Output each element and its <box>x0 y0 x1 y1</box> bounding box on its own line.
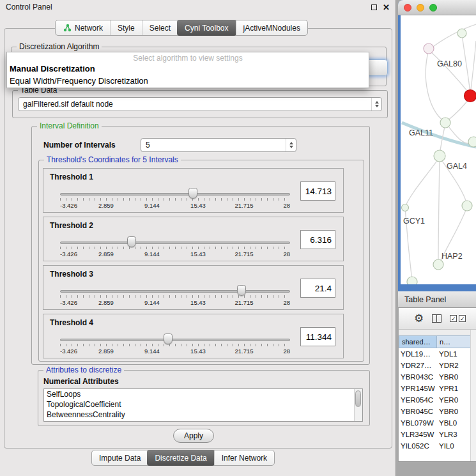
number-of-intervals-combo[interactable]: 5 <box>141 138 296 152</box>
network-edge[interactable] <box>470 41 476 95</box>
table-scrollbar[interactable] <box>470 330 476 461</box>
list-scrollbar[interactable] <box>354 389 362 421</box>
slider-track[interactable] <box>60 290 290 293</box>
table-row[interactable]: YPR145WYPR1 <box>399 383 476 394</box>
dropdown-option-manual[interactable]: Manual Discretization <box>7 63 369 75</box>
table-row[interactable]: YDL19…YDL1 <box>399 348 476 360</box>
threshold-4-slider[interactable]: -3.426 2.859 9.144 15.43 21.715 28 <box>60 332 290 357</box>
cell[interactable]: YDR27… <box>399 360 437 371</box>
threshold-2-panel: Threshold 2 -3.426 2.859 9.144 15.43 21.… <box>43 217 344 261</box>
node-gcy1[interactable] <box>402 204 409 211</box>
column-header-shared-name[interactable]: shared… <box>399 335 437 348</box>
list-item[interactable]: TopologicalCoefficient <box>44 399 362 410</box>
close-icon[interactable]: ✕ <box>383 3 390 12</box>
node-label: GAL4 <box>447 162 467 171</box>
tab-jactivemnodules[interactable]: jActiveMNodules <box>236 20 307 35</box>
node-gal80[interactable] <box>424 43 434 54</box>
network-canvas[interactable]: GAL80 GAL11 GAL4 GCY1 HAP2 <box>401 15 476 284</box>
list-item[interactable]: BetweennessCentrality <box>44 410 362 420</box>
tab-infer-network[interactable]: Infer Network <box>214 450 274 465</box>
scale-label: -3.426 <box>60 250 77 257</box>
tab-label: Infer Network <box>222 454 267 463</box>
threshold-3-value-field[interactable]: 21.4 <box>300 279 335 298</box>
network-edge[interactable] <box>405 157 440 207</box>
checkbox-icon[interactable]: ✓ <box>459 315 466 322</box>
tab-network[interactable]: Network <box>56 20 110 35</box>
table-row[interactable]: YDR27…YDR2 <box>399 360 476 371</box>
scrollbar-thumb[interactable] <box>355 390 361 407</box>
tab-style[interactable]: Style <box>110 20 142 35</box>
scale-label: 21.715 <box>234 202 253 209</box>
slider-track[interactable] <box>60 242 290 244</box>
table-toolbar: ⚙ ✓ ✓ <box>399 308 476 330</box>
list-item[interactable]: SelfLoops <box>44 389 362 399</box>
network-node[interactable] <box>462 201 472 211</box>
apply-button[interactable]: Apply <box>173 429 214 443</box>
network-edge[interactable] <box>438 157 440 263</box>
table-row[interactable]: YBR045CYBR0 <box>399 406 476 417</box>
network-node[interactable] <box>407 277 417 284</box>
threshold-4-value-field[interactable]: 11.344 <box>300 327 335 346</box>
combo-stepper-icon[interactable] <box>286 139 296 151</box>
gear-icon[interactable]: ⚙ <box>414 313 424 324</box>
table-row[interactable]: YLR345WYLR3 <box>399 429 476 440</box>
cell[interactable]: YLR345W <box>399 429 437 440</box>
network-edge[interactable] <box>462 35 470 93</box>
dropdown-option-equal-width[interactable]: Equal Width/Frequency Discretization <box>7 75 369 88</box>
interval-definition-title: Interval Definition <box>37 121 102 130</box>
table-row[interactable]: YBL079WYBL0 <box>399 417 476 429</box>
threshold-2-value-field[interactable]: 6.316 <box>300 230 335 249</box>
threshold-1-value-field[interactable]: 14.713 <box>300 181 335 201</box>
cell[interactable]: YBR045C <box>399 406 437 417</box>
float-window-icon[interactable] <box>371 4 377 10</box>
slider-thumb[interactable] <box>127 236 136 247</box>
scale-label: 2.859 <box>98 202 114 209</box>
tab-select[interactable]: Select <box>142 20 178 35</box>
threshold-2-slider[interactable]: -3.426 2.859 9.144 15.43 21.715 28 <box>60 235 290 259</box>
network-node[interactable] <box>468 137 476 147</box>
bottom-tab-bar: Impute Data Discretize Data Infer Networ… <box>91 450 275 466</box>
node-gal11[interactable] <box>440 118 450 128</box>
cell[interactable]: YIL052C <box>399 440 437 452</box>
cell[interactable]: YBR043C <box>399 371 437 383</box>
minimize-traffic-light-icon[interactable] <box>417 4 424 12</box>
threshold-3-slider[interactable]: -3.426 2.859 9.144 15.43 21.715 28 <box>60 284 290 308</box>
zoom-traffic-light-icon[interactable] <box>429 4 437 12</box>
slider-thumb[interactable] <box>237 285 246 296</box>
node-gal4[interactable] <box>434 150 445 162</box>
interval-definition-group: Interval Definition Number of Intervals … <box>31 126 370 365</box>
table-row[interactable]: YIL052CYIL0 <box>399 440 476 452</box>
node-hap2[interactable] <box>433 259 443 270</box>
slider-track[interactable] <box>60 339 290 341</box>
cell[interactable]: YBL079W <box>399 417 437 429</box>
scale-label: 21.715 <box>234 299 253 306</box>
cell[interactable]: YER054C <box>399 394 437 406</box>
network-window-titlebar[interactable] <box>398 0 476 15</box>
cell[interactable]: YPR145W <box>399 383 437 394</box>
scale-label: 15.43 <box>190 250 206 257</box>
attributes-list[interactable]: SelfLoops TopologicalCoefficient Between… <box>43 388 363 422</box>
tab-impute-data[interactable]: Impute Data <box>92 450 148 465</box>
network-edge[interactable] <box>429 24 476 50</box>
slider-thumb[interactable] <box>188 188 197 199</box>
table-row[interactable]: YBR043CYBR0 <box>399 371 476 383</box>
checkbox-icon[interactable]: ✓ <box>450 315 457 322</box>
close-traffic-light-icon[interactable] <box>404 4 411 12</box>
tab-cyni-toolbox[interactable]: Cyni Toolbox <box>177 20 236 36</box>
cell[interactable]: YDL19… <box>399 348 437 360</box>
slider-ticks <box>60 198 290 201</box>
table-row[interactable]: YER054CYER0 <box>399 394 476 406</box>
combo-stepper-icon[interactable] <box>371 98 381 111</box>
tab-discretize-data[interactable]: Discretize Data <box>147 450 214 466</box>
slider-thumb[interactable] <box>164 334 173 344</box>
network-edge[interactable] <box>429 50 470 95</box>
node-label: GCY1 <box>403 217 425 226</box>
slider-track[interactable] <box>60 193 290 196</box>
table-data-combo[interactable]: galFiltered.sif default node <box>18 97 382 111</box>
table-data-value: galFiltered.sif default node <box>23 100 113 109</box>
node-selected-red[interactable] <box>464 90 476 102</box>
attributes-group-title: Attributes to discretize <box>43 365 124 374</box>
threshold-1-slider[interactable]: -3.426 2.859 9.144 15.43 21.715 28 <box>60 187 290 211</box>
network-node[interactable] <box>457 29 466 38</box>
columns-icon[interactable] <box>432 314 441 323</box>
